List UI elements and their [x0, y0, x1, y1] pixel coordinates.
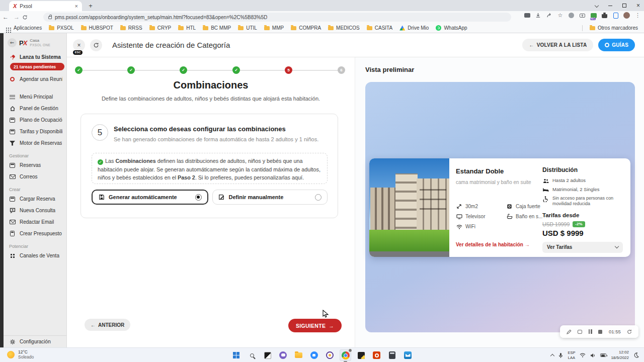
widgets-icon[interactable]	[262, 349, 273, 361]
download-icon[interactable]	[535, 12, 541, 19]
clock[interactable]: 12:02 18/5/2022	[611, 350, 629, 360]
sidebar-item-occupancy-plan[interactable]: Plano de Ocupación	[4, 114, 66, 126]
wifi-icon[interactable]	[580, 353, 586, 357]
apps-bookmark[interactable]: Aplicaciones	[6, 25, 42, 31]
step-2-done[interactable]: ✓	[127, 66, 135, 74]
envelope-plus-icon	[9, 219, 16, 225]
other-bookmarks[interactable]: Otros marcadores	[590, 25, 638, 31]
bookmark-folder-mmp[interactable]: MMP	[264, 25, 284, 31]
guides-button[interactable]: GUÍAS	[598, 39, 635, 51]
sidebar-item-management-panel[interactable]: Panel de Gestión	[4, 103, 66, 114]
sidebar-item-reservations[interactable]: Reservas	[4, 159, 66, 171]
browser-menu-icon[interactable]: ⋮	[634, 12, 641, 19]
step-4-done[interactable]: ✓	[232, 66, 240, 74]
chrome-icon[interactable]	[340, 349, 351, 361]
chat-app-icon[interactable]	[277, 349, 289, 361]
video-extension-icon[interactable]	[524, 12, 530, 19]
step-6-pending[interactable]: 6	[338, 66, 345, 74]
sidebar-item-sales-channels[interactable]: Canales de Venta	[4, 250, 66, 261]
sidebar-item-emails[interactable]: Correos	[4, 171, 66, 183]
sidebar-item-create-quote[interactable]: Crear Presupuesto	[4, 228, 66, 239]
profile-extension-icon[interactable]	[568, 12, 575, 19]
radio-selected[interactable]	[195, 194, 202, 201]
file-explorer-icon[interactable]	[293, 349, 304, 361]
bookmark-folder-bcmmp[interactable]: BC MMP	[203, 25, 231, 31]
bookmark-star-icon[interactable]: ☆	[557, 12, 564, 19]
night-mode-icon[interactable]	[633, 352, 639, 358]
reload-button[interactable]	[22, 15, 33, 20]
sidebar-item-load-reservation[interactable]: Cargar Reserva	[4, 193, 66, 205]
sidebar-item-booking-engine[interactable]: Motor de Reservas	[4, 137, 66, 149]
share-icon[interactable]	[546, 12, 552, 19]
pending-tasks-badge[interactable]: 21 tareas pendientes	[10, 63, 64, 70]
browser-tab[interactable]: X Pxsol ×	[9, 1, 82, 11]
room-details-link[interactable]: Ver detalles de la habitación →	[456, 242, 530, 247]
pause-icon[interactable]	[589, 329, 592, 334]
stop-icon[interactable]	[598, 330, 602, 334]
close-wizard-button[interactable]: × ESC	[73, 39, 85, 51]
bookmark-folder-compra[interactable]: COMPRA	[291, 25, 321, 31]
screenshot-extension-icon[interactable]	[579, 12, 586, 19]
next-button[interactable]: SIGUIENTE →	[288, 319, 342, 332]
microphone-icon[interactable]	[558, 352, 563, 358]
sidebar-item-compose-email[interactable]: Redactar Email	[4, 216, 66, 228]
restart-icon[interactable]	[627, 329, 632, 334]
bookmark-folder-pxsol[interactable]: PXSOL	[49, 25, 73, 31]
comment-icon[interactable]	[578, 330, 582, 334]
window-close-button[interactable]: ×	[636, 2, 640, 9]
tab-close-icon[interactable]: ×	[75, 3, 78, 9]
step-5-current[interactable]: 5	[285, 66, 292, 74]
bookmark-folder-rrss[interactable]: RRSS	[120, 25, 142, 31]
calculator-app-icon[interactable]	[386, 349, 398, 361]
extensions-puzzle-icon[interactable]	[601, 12, 608, 19]
back-button[interactable]: ←	[0, 14, 11, 21]
new-tab-button[interactable]: +	[87, 2, 95, 10]
office-app-icon[interactable]	[371, 349, 382, 361]
forward-button[interactable]: →	[11, 14, 22, 21]
notepad-app-icon[interactable]	[355, 349, 367, 361]
sidebar-item-new-inquiry[interactable]: Nueva Consulta	[4, 205, 66, 216]
radio-unselected[interactable]	[315, 194, 321, 201]
tray-expand-icon[interactable]	[550, 354, 554, 358]
password-app-icon[interactable]	[324, 349, 336, 361]
weather-widget[interactable]: 12°C Soleado	[7, 349, 34, 359]
window-maximize-button[interactable]	[622, 4, 626, 8]
url-bar[interactable]: pms.pxsol.com/apps/onboarding/system_set…	[43, 13, 511, 22]
sidebar-item-launch[interactable]: Lanza tu Sistema	[4, 51, 66, 63]
step-1-done[interactable]: ✓	[75, 66, 83, 74]
mail-app-icon[interactable]	[402, 349, 414, 361]
distribution-beds: Matrimonial, 2 Singles	[542, 187, 628, 193]
zoom-app-icon[interactable]	[308, 349, 320, 361]
back-to-list-button[interactable]: ← VOLVER A LA LISTA	[522, 39, 593, 51]
bookmark-folder-cryp[interactable]: CRYP	[149, 25, 172, 31]
start-button[interactable]	[230, 349, 242, 361]
sidebar-item-settings[interactable]: Configuración	[4, 336, 66, 347]
bookmark-folder-medicos[interactable]: MEDICOS	[328, 25, 360, 31]
bookmark-drive[interactable]: Drive Mio	[399, 25, 429, 31]
pencil-icon[interactable]	[567, 329, 572, 334]
sidebar-item-main-menu[interactable]: Menú Principal	[4, 91, 66, 103]
view-rates-dropdown[interactable]: Ver Tarifas	[542, 242, 623, 253]
rec-extension-icon[interactable]	[590, 12, 597, 19]
sidebar-collapse-button[interactable]: ⇐	[8, 38, 17, 47]
sidebar-item-rates-availability[interactable]: Tarifas y Disponibilidad	[4, 126, 66, 137]
sidebar-item-schedule-meeting[interactable]: Agendar una Reunión	[4, 73, 66, 85]
option-define-manually[interactable]: Definir manualmente	[212, 190, 328, 205]
option-generate-automatically[interactable]: Generar automáticamente	[92, 190, 208, 205]
bookmark-folder-casita[interactable]: CASITA	[367, 25, 392, 31]
bookmark-folder-util[interactable]: UTIL	[238, 25, 257, 31]
window-minimize-button[interactable]	[608, 6, 612, 6]
speaker-icon[interactable]	[590, 353, 596, 358]
refresh-wizard-button[interactable]	[90, 39, 102, 51]
battery-icon[interactable]	[600, 353, 606, 357]
previous-button[interactable]: ← ANTERIOR	[85, 319, 130, 331]
bookmark-folder-htl[interactable]: HTL	[178, 25, 196, 31]
browser-avatar[interactable]	[623, 12, 630, 19]
search-icon[interactable]	[246, 349, 258, 361]
language-indicator[interactable]: ESP LAA	[568, 350, 575, 360]
bookmark-whatsapp[interactable]: WhatsApp	[436, 25, 467, 31]
bookmark-folder-hubspot[interactable]: HUBSPOT	[81, 25, 113, 31]
device-extension-icon[interactable]	[612, 12, 619, 19]
tab-search-icon[interactable]	[595, 4, 599, 8]
step-3-done[interactable]: ✓	[180, 66, 187, 74]
